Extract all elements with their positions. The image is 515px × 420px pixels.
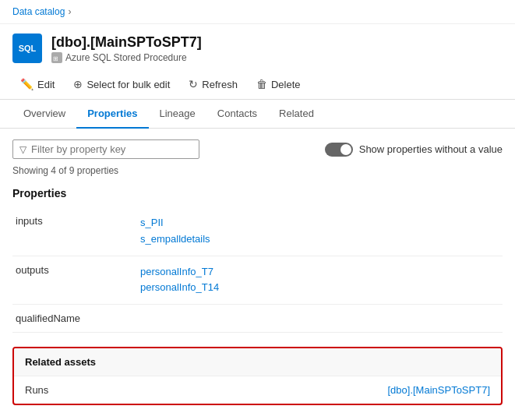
related-key-runs: Runs (25, 384, 48, 396)
tab-lineage[interactable]: Lineage (149, 100, 206, 129)
sql-icon: SQL (12, 34, 42, 63)
show-empty-toggle[interactable] (325, 143, 353, 157)
prop-value-inputs: s_PII s_empalldetails (137, 207, 503, 256)
related-assets-box: Related assets Runs [dbo].[MainSPToSPT7] (12, 347, 503, 405)
delete-icon: 🗑 (256, 78, 267, 90)
edit-label: Edit (37, 79, 55, 90)
bulk-edit-button[interactable]: ⊕ Select for bulk edit (65, 74, 178, 94)
subtitle-text: Azure SQL Stored Procedure (65, 52, 187, 63)
refresh-icon: ↻ (189, 78, 198, 90)
prop-link-personalinfo-t7[interactable]: personalInfo_T7 (140, 264, 499, 281)
header-text: [dbo].[MainSPToSPT7] ⊞ Azure SQL Stored … (51, 34, 202, 63)
tab-bar: Overview Properties Lineage Contacts Rel… (0, 100, 515, 129)
table-row: qualifiedName (12, 305, 503, 333)
toggle-row: Show properties without a value (325, 143, 503, 157)
tab-overview[interactable]: Overview (12, 100, 76, 129)
azure-icon: ⊞ (51, 52, 62, 63)
showing-count: Showing 4 of 9 properties (12, 165, 503, 176)
toolbar: ✏️ Edit ⊕ Select for bulk edit ↻ Refresh… (0, 69, 515, 100)
bulk-edit-icon: ⊕ (73, 78, 83, 90)
breadcrumb-separator: › (68, 6, 71, 17)
page-header: SQL [dbo].[MainSPToSPT7] ⊞ Azure SQL Sto… (0, 24, 515, 69)
filter-row: ▽ Show properties without a value (12, 139, 503, 159)
properties-table: inputs s_PII s_empalldetails outputs per… (12, 207, 503, 333)
prop-key-inputs: inputs (12, 207, 137, 256)
edit-button[interactable]: ✏️ Edit (12, 74, 62, 94)
prop-link-s-empalldetails[interactable]: s_empalldetails (140, 231, 499, 248)
delete-button[interactable]: 🗑 Delete (249, 74, 309, 94)
related-value-runs[interactable]: [dbo].[MainSPToSPT7] (387, 384, 490, 396)
prop-key-qualifiedname: qualifiedName (12, 305, 137, 333)
tab-properties[interactable]: Properties (76, 100, 148, 129)
properties-section-title: Properties (12, 187, 503, 199)
prop-link-personalinfo-t14[interactable]: personalInfo_T14 (140, 280, 499, 296)
filter-icon: ▽ (19, 144, 26, 155)
related-assets-row: Runs [dbo].[MainSPToSPT7] (14, 376, 501, 404)
filter-input-wrap[interactable]: ▽ (12, 139, 199, 159)
edit-icon: ✏️ (20, 78, 34, 90)
table-row: outputs personalInfo_T7 personalInfo_T14 (12, 256, 503, 305)
page-subtitle: ⊞ Azure SQL Stored Procedure (51, 52, 202, 63)
prop-key-outputs: outputs (12, 256, 137, 305)
content-area: ▽ Show properties without a value Showin… (0, 129, 515, 416)
related-assets-header: Related assets (14, 348, 501, 376)
tab-contacts[interactable]: Contacts (206, 100, 268, 129)
prop-value-qualifiedname (137, 305, 503, 333)
table-row: inputs s_PII s_empalldetails (12, 207, 503, 256)
page-title: [dbo].[MainSPToSPT7] (51, 34, 202, 51)
refresh-label: Refresh (202, 79, 238, 90)
svg-text:⊞: ⊞ (53, 55, 58, 62)
bulk-edit-label: Select for bulk edit (86, 79, 170, 90)
refresh-button[interactable]: ↻ Refresh (181, 74, 245, 94)
filter-input[interactable] (31, 143, 192, 155)
tab-related[interactable]: Related (268, 100, 325, 129)
toggle-label: Show properties without a value (359, 143, 503, 155)
breadcrumb: Data catalog › (0, 0, 515, 24)
prop-link-s-pii[interactable]: s_PII (140, 215, 499, 231)
breadcrumb-link[interactable]: Data catalog (12, 6, 65, 17)
delete-label: Delete (271, 79, 301, 90)
prop-value-outputs: personalInfo_T7 personalInfo_T14 (137, 256, 503, 305)
